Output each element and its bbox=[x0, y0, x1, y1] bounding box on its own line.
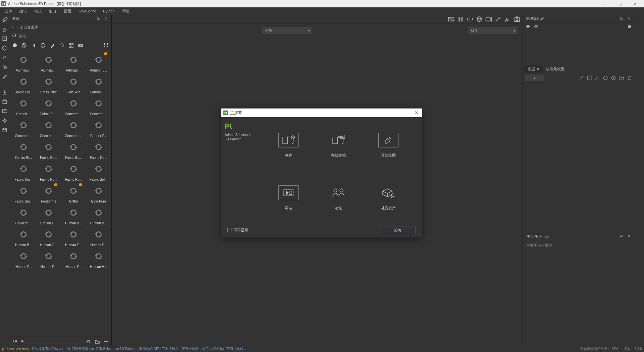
footer-list-icon[interactable] bbox=[12, 339, 17, 344]
add-adjustment-icon[interactable] bbox=[594, 75, 600, 81]
asset-item[interactable]: Footprints bbox=[37, 183, 60, 203]
grid-view-icon[interactable] bbox=[103, 43, 109, 48]
asset-item[interactable]: Concrete ... bbox=[62, 95, 85, 116]
vp-light-icon[interactable] bbox=[494, 16, 502, 23]
menu-item[interactable]: Python bbox=[100, 8, 118, 14]
welcome-tile[interactable]: 论坛 bbox=[315, 177, 362, 219]
undock-icon[interactable]: ⧉ bbox=[619, 233, 625, 239]
asset-item[interactable]: Baked Lig... bbox=[12, 74, 35, 94]
filter-brush-icon[interactable] bbox=[50, 43, 55, 48]
asset-item[interactable]: Artificial ... bbox=[62, 52, 85, 72]
asset-item[interactable]: Fabric Ba... bbox=[37, 139, 60, 160]
breadcrumb-label[interactable]: 全部资源库 bbox=[20, 25, 38, 30]
dialog-close-button[interactable]: 关闭 bbox=[379, 226, 416, 234]
asset-item[interactable]: Fabric Ro... bbox=[37, 161, 60, 181]
asset-item[interactable]: Copper P... bbox=[87, 117, 110, 138]
viewport-2d-mode-dropdown[interactable]: 材质 bbox=[468, 27, 518, 34]
close-panel-icon[interactable]: ✕ bbox=[626, 16, 632, 22]
visibility-all-icon[interactable] bbox=[534, 24, 538, 30]
filter-smart-material-icon[interactable] bbox=[21, 43, 27, 48]
asset-item[interactable]: Ground G... bbox=[37, 205, 60, 225]
tab-layers[interactable]: 图层 ✕ bbox=[524, 65, 543, 73]
filter-texture-icon[interactable] bbox=[68, 43, 74, 48]
settings-icon[interactable] bbox=[2, 118, 8, 124]
asset-item[interactable]: Coated ... bbox=[12, 95, 35, 116]
filter-smart-mask-icon[interactable] bbox=[31, 43, 36, 48]
projection-tool-icon[interactable] bbox=[2, 36, 8, 42]
asset-item[interactable]: Concrete ... bbox=[62, 117, 85, 138]
back-icon[interactable]: ‹ bbox=[12, 25, 13, 29]
asset-item[interactable]: Human F... bbox=[12, 248, 35, 269]
asset-item[interactable]: Fabric Sof... bbox=[87, 161, 110, 181]
undock-icon[interactable]: ⧉ bbox=[95, 16, 101, 22]
asset-item[interactable]: Human F... bbox=[62, 248, 85, 269]
footer-folder-icon[interactable] bbox=[95, 339, 100, 344]
menu-item[interactable]: 视图 bbox=[60, 8, 74, 14]
asset-item[interactable]: Human F... bbox=[37, 248, 60, 269]
dont-show-checkbox[interactable] bbox=[227, 228, 231, 232]
asset-item[interactable]: Autumn L... bbox=[87, 52, 110, 72]
status-message[interactable]: 您的操作系统可能会在长时间计算期间自动关闭 Substance 3D Paint… bbox=[32, 347, 246, 351]
asset-item[interactable]: Concrete ... bbox=[87, 95, 110, 116]
add-effect-icon[interactable] bbox=[578, 75, 584, 81]
add-mask-icon[interactable] bbox=[586, 75, 592, 81]
asset-item[interactable]: Human E... bbox=[62, 226, 85, 247]
delete-layer-icon[interactable] bbox=[627, 75, 633, 81]
texture-settings-icon[interactable] bbox=[627, 24, 632, 30]
export-icon[interactable] bbox=[2, 89, 8, 95]
clone-tool-icon[interactable] bbox=[2, 64, 8, 70]
undock-icon[interactable]: ⧉ bbox=[619, 16, 625, 22]
asset-item[interactable]: Fabric Kni... bbox=[12, 161, 35, 181]
blend-mode-dropdown[interactable]: ▾ bbox=[525, 75, 544, 81]
menu-item[interactable]: 窗口 bbox=[46, 8, 60, 14]
menu-item[interactable]: 模式 bbox=[31, 8, 45, 14]
close-panel-icon[interactable]: ✕ bbox=[103, 16, 109, 22]
asset-item[interactable]: Fabric De... bbox=[87, 139, 110, 160]
tab-texture-settings[interactable]: 纹理集设置 bbox=[543, 65, 568, 73]
asset-item[interactable]: Cobalt Pu... bbox=[37, 95, 60, 116]
asset-item[interactable]: Human B... bbox=[87, 205, 110, 225]
smudge-tool-icon[interactable] bbox=[2, 54, 8, 60]
asset-item[interactable]: Fabric Ro... bbox=[62, 161, 85, 181]
menu-item[interactable]: JavaScript bbox=[75, 8, 99, 14]
search-input[interactable] bbox=[19, 34, 109, 38]
vp-pause-icon[interactable] bbox=[457, 16, 464, 23]
render-icon[interactable] bbox=[2, 108, 8, 114]
vp-perspective-icon[interactable] bbox=[476, 16, 483, 23]
welcome-tile[interactable]: 教程 bbox=[265, 124, 312, 167]
bake-icon[interactable] bbox=[2, 99, 8, 105]
footer-grouped-icon[interactable] bbox=[21, 339, 26, 344]
asset-item[interactable]: Gouache ... bbox=[12, 205, 35, 225]
asset-item[interactable]: Human F... bbox=[87, 226, 110, 247]
asset-item[interactable]: Gold Pure bbox=[87, 183, 110, 203]
asset-item[interactable]: Concrete ... bbox=[12, 117, 35, 138]
material-picker-icon[interactable] bbox=[2, 73, 8, 79]
vp-camera-icon[interactable] bbox=[485, 16, 492, 23]
save-icon[interactable] bbox=[2, 127, 8, 133]
add-layer-icon[interactable] bbox=[610, 75, 616, 81]
filter-material-icon[interactable] bbox=[12, 43, 17, 48]
asset-item[interactable]: Human B... bbox=[62, 205, 85, 225]
asset-item[interactable]: Concrete ... bbox=[37, 117, 60, 138]
asset-item[interactable]: Denim Ri... bbox=[12, 139, 35, 160]
asset-item[interactable]: Human H... bbox=[87, 248, 110, 269]
close-window-button[interactable]: ✕ bbox=[628, 0, 643, 7]
filter-filter-icon[interactable] bbox=[40, 43, 46, 48]
close-panel-icon[interactable]: ✕ bbox=[626, 233, 632, 239]
viewport-3d-mode-dropdown[interactable]: 材质 bbox=[262, 27, 312, 34]
menu-item[interactable]: 编辑 bbox=[16, 8, 30, 14]
asset-item[interactable]: Human B... bbox=[12, 226, 35, 247]
forward-icon[interactable]: › bbox=[16, 25, 17, 29]
menu-item[interactable]: 帮助 bbox=[119, 8, 133, 14]
asset-item[interactable]: Brass Pure bbox=[37, 74, 60, 94]
asset-item[interactable]: Aluminiu... bbox=[37, 52, 60, 72]
asset-item[interactable]: Calf Skin bbox=[62, 74, 85, 94]
tab-close-icon[interactable]: ✕ bbox=[536, 67, 539, 71]
add-folder-icon[interactable] bbox=[619, 75, 625, 81]
polygon-fill-tool-icon[interactable] bbox=[2, 45, 8, 51]
filter-alpha-icon[interactable] bbox=[59, 43, 64, 48]
minimize-button[interactable]: — bbox=[597, 0, 612, 7]
filter-environment-icon[interactable] bbox=[78, 43, 83, 48]
footer-add-icon[interactable] bbox=[103, 339, 109, 344]
eraser-tool-icon[interactable] bbox=[2, 26, 8, 32]
